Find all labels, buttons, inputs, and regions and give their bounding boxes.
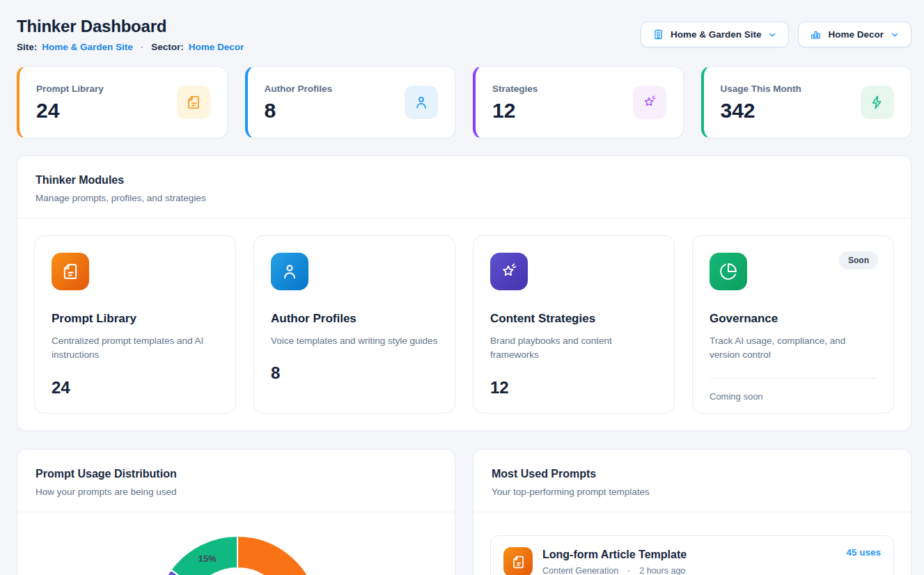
prompt-uses-count: 45 uses — [846, 547, 881, 558]
donut-segment-label: 15% — [198, 553, 217, 564]
meta-separator: · — [625, 566, 633, 575]
usage-donut-chart[interactable]: 15% — [154, 535, 321, 575]
prompts-subtitle: Your top-performing prompt templates — [492, 487, 893, 497]
module-description: Track AI usage, compliance, and version … — [710, 334, 877, 363]
module-title: Author Profiles — [271, 312, 438, 326]
stat-card-usage: Usage This Month 342 — [701, 66, 912, 139]
sector-selector-label: Home Decor — [828, 29, 884, 40]
site-selector-dropdown[interactable]: Home & Garden Site — [641, 22, 790, 47]
module-count: 24 — [52, 378, 219, 397]
stat-value: 24 — [36, 100, 104, 121]
module-count: 12 — [490, 378, 657, 397]
prompt-time: 2 hours ago — [639, 566, 685, 575]
stat-card-author-profiles: Author Profiles 8 — [245, 66, 456, 139]
bar-chart-icon — [810, 29, 822, 40]
sparkle-star-icon — [633, 86, 666, 119]
donut-segment[interactable] — [237, 536, 320, 575]
header-controls: Home & Garden Site Home Decor — [641, 22, 911, 47]
site-selector-label: Home & Garden Site — [671, 29, 762, 40]
sparkle-star-icon — [490, 253, 528, 290]
thinker-modules-card: Thinker Modules Manage prompts, profiles… — [17, 155, 911, 431]
sector-link[interactable]: Home Decor — [189, 42, 244, 52]
chevron-down-icon — [767, 30, 777, 40]
file-text-icon — [503, 547, 533, 575]
module-count: 8 — [271, 363, 438, 383]
module-title: Governance — [710, 312, 877, 326]
building-icon — [652, 29, 664, 40]
prompts-header: Most Used Prompts Your top-performing pr… — [473, 450, 911, 512]
user-icon — [271, 253, 308, 290]
site-sector-breadcrumb: Site: Home & Garden Site · Sector: Home … — [17, 42, 244, 52]
stat-card-prompt-library: Prompt Library 24 — [17, 66, 228, 139]
pie-chart-icon — [710, 253, 747, 290]
modules-grid: Prompt Library Centralized prompt templa… — [17, 219, 911, 430]
stats-row: Prompt Library 24 Author Profiles 8 — [17, 66, 911, 139]
prompt-title: Long-form Article Template — [542, 549, 687, 561]
stat-text: Usage This Month 342 — [721, 84, 801, 121]
usage-header: Prompt Usage Distribution How your promp… — [17, 450, 455, 512]
chevron-down-icon — [890, 30, 900, 40]
prompt-meta: Content Generation · 2 hours ago — [542, 566, 687, 575]
divider — [710, 378, 877, 379]
prompts-title: Most Used Prompts — [492, 468, 893, 480]
module-card-content-strategies[interactable]: Content Strategies Brand playbooks and c… — [473, 235, 675, 413]
stat-label: Author Profiles — [265, 84, 333, 94]
site-label: Site: — [17, 42, 37, 52]
module-card-author-profiles[interactable]: Author Profiles Voice templates and writ… — [253, 235, 455, 413]
stat-text: Strategies 12 — [492, 84, 538, 121]
stat-value: 12 — [492, 100, 538, 121]
prompt-text: Long-form Article Template Content Gener… — [542, 549, 687, 575]
prompt-list: Long-form Article Template Content Gener… — [473, 512, 911, 575]
sector-label: Sector: — [151, 42, 184, 52]
soon-badge: Soon — [839, 251, 878, 269]
user-icon — [405, 86, 438, 119]
bottom-row: Prompt Usage Distribution How your promp… — [17, 449, 911, 575]
dashboard-page: Thinker Dashboard Site: Home & Garden Si… — [0, 0, 924, 575]
module-description: Voice templates and writing style guides — [271, 334, 438, 348]
module-title: Prompt Library — [52, 312, 219, 326]
modules-title: Thinker Modules — [36, 174, 893, 187]
usage-distribution-card: Prompt Usage Distribution How your promp… — [17, 449, 455, 575]
header: Thinker Dashboard Site: Home & Garden Si… — [17, 17, 911, 52]
sector-selector-dropdown[interactable]: Home Decor — [798, 22, 911, 47]
stat-text: Prompt Library 24 — [36, 84, 104, 121]
stat-card-strategies: Strategies 12 — [473, 66, 684, 139]
prompt-list-item[interactable]: Long-form Article Template Content Gener… — [490, 535, 894, 575]
stat-label: Strategies — [492, 84, 538, 94]
most-used-prompts-card: Most Used Prompts Your top-performing pr… — [473, 449, 911, 575]
stat-text: Author Profiles 8 — [265, 84, 333, 121]
module-card-prompt-library[interactable]: Prompt Library Centralized prompt templa… — [34, 235, 236, 413]
usage-title: Prompt Usage Distribution — [36, 468, 437, 480]
file-text-icon — [52, 253, 89, 290]
module-card-governance[interactable]: Soon Governance Track AI usage, complian… — [692, 235, 894, 413]
prompt-category: Content Generation — [542, 566, 618, 575]
module-description: Centralized prompt templates and AI inst… — [52, 334, 219, 363]
meta-separator: · — [138, 42, 147, 52]
site-link[interactable]: Home & Garden Site — [42, 42, 133, 52]
stat-label: Prompt Library — [36, 84, 104, 94]
divider — [17, 512, 455, 512]
stat-label: Usage This Month — [721, 84, 801, 94]
file-text-icon — [177, 86, 210, 119]
module-description: Brand playbooks and content frameworks — [490, 334, 657, 363]
module-title: Content Strategies — [490, 312, 657, 326]
lightning-icon — [861, 86, 894, 119]
page-title: Thinker Dashboard — [17, 17, 244, 36]
header-left: Thinker Dashboard Site: Home & Garden Si… — [17, 17, 244, 52]
stat-value: 342 — [721, 100, 801, 121]
usage-subtitle: How your prompts are being used — [36, 487, 437, 497]
coming-soon-text: Coming soon — [710, 391, 877, 402]
stat-value: 8 — [265, 100, 333, 121]
modules-subtitle: Manage prompts, profiles, and strategies — [36, 193, 893, 203]
modules-header: Thinker Modules Manage prompts, profiles… — [17, 156, 911, 218]
